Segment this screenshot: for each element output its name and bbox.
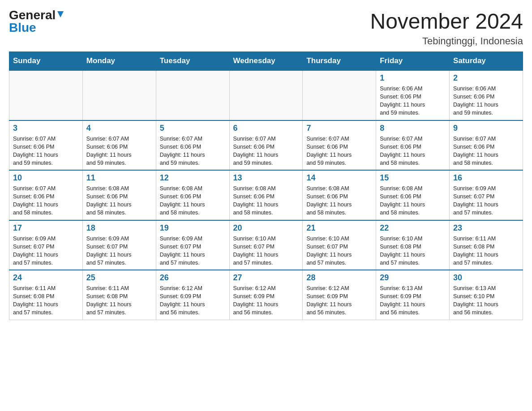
calendar-cell: 19Sunrise: 6:09 AM Sunset: 6:07 PM Dayli… [156, 220, 229, 270]
day-of-week-tuesday: Tuesday [156, 52, 229, 71]
calendar-cell: 27Sunrise: 6:12 AM Sunset: 6:09 PM Dayli… [229, 270, 303, 320]
calendar-cell: 16Sunrise: 6:09 AM Sunset: 6:07 PM Dayli… [450, 170, 523, 220]
day-number: 10 [13, 173, 79, 183]
day-info: Sunrise: 6:06 AM Sunset: 6:06 PM Dayligh… [453, 85, 519, 117]
day-info: Sunrise: 6:09 AM Sunset: 6:07 PM Dayligh… [86, 235, 152, 267]
day-info: Sunrise: 6:09 AM Sunset: 6:07 PM Dayligh… [453, 184, 519, 217]
calendar-cell: 29Sunrise: 6:13 AM Sunset: 6:09 PM Dayli… [376, 270, 450, 320]
calendar-week-row: 24Sunrise: 6:11 AM Sunset: 6:08 PM Dayli… [9, 270, 523, 320]
calendar-cell: 23Sunrise: 6:11 AM Sunset: 6:08 PM Dayli… [450, 220, 523, 270]
calendar: SundayMondayTuesdayWednesdayThursdayFrid… [9, 51, 523, 320]
calendar-cell: 30Sunrise: 6:13 AM Sunset: 6:10 PM Dayli… [450, 270, 523, 320]
day-number: 9 [453, 124, 519, 133]
calendar-cell: 1Sunrise: 6:06 AM Sunset: 6:06 PM Daylig… [376, 70, 450, 120]
day-info: Sunrise: 6:07 AM Sunset: 6:06 PM Dayligh… [13, 184, 79, 217]
calendar-cell [156, 70, 229, 120]
logo: General Blue [9, 9, 64, 34]
calendar-cell: 12Sunrise: 6:08 AM Sunset: 6:06 PM Dayli… [156, 170, 229, 220]
day-number: 1 [380, 73, 446, 83]
day-of-week-wednesday: Wednesday [229, 52, 303, 71]
day-number: 4 [86, 124, 152, 133]
calendar-week-row: 3Sunrise: 6:07 AM Sunset: 6:06 PM Daylig… [9, 120, 523, 171]
day-number: 2 [453, 73, 519, 83]
day-info: Sunrise: 6:11 AM Sunset: 6:08 PM Dayligh… [86, 284, 152, 317]
day-info: Sunrise: 6:12 AM Sunset: 6:09 PM Dayligh… [306, 284, 372, 317]
day-info: Sunrise: 6:09 AM Sunset: 6:07 PM Dayligh… [13, 235, 79, 267]
day-info: Sunrise: 6:13 AM Sunset: 6:10 PM Dayligh… [453, 284, 519, 317]
day-info: Sunrise: 6:12 AM Sunset: 6:09 PM Dayligh… [160, 284, 226, 317]
day-number: 5 [160, 124, 226, 133]
day-of-week-sunday: Sunday [9, 52, 83, 71]
day-info: Sunrise: 6:07 AM Sunset: 6:06 PM Dayligh… [160, 135, 226, 167]
calendar-cell: 13Sunrise: 6:08 AM Sunset: 6:06 PM Dayli… [229, 170, 303, 220]
calendar-cell: 9Sunrise: 6:07 AM Sunset: 6:06 PM Daylig… [450, 120, 523, 171]
day-number: 29 [380, 273, 446, 283]
calendar-cell: 20Sunrise: 6:10 AM Sunset: 6:07 PM Dayli… [229, 220, 303, 270]
calendar-week-row: 10Sunrise: 6:07 AM Sunset: 6:06 PM Dayli… [9, 170, 523, 220]
day-info: Sunrise: 6:07 AM Sunset: 6:06 PM Dayligh… [86, 135, 152, 167]
day-info: Sunrise: 6:08 AM Sunset: 6:06 PM Dayligh… [86, 184, 152, 217]
calendar-header-row: SundayMondayTuesdayWednesdayThursdayFrid… [9, 52, 523, 71]
calendar-cell: 5Sunrise: 6:07 AM Sunset: 6:06 PM Daylig… [156, 120, 229, 171]
day-number: 22 [380, 223, 446, 233]
day-info: Sunrise: 6:07 AM Sunset: 6:06 PM Dayligh… [233, 135, 299, 167]
logo-general-text: General [9, 9, 56, 21]
day-number: 18 [86, 223, 152, 233]
calendar-cell: 25Sunrise: 6:11 AM Sunset: 6:08 PM Dayli… [82, 270, 156, 320]
day-number: 6 [233, 124, 299, 133]
day-of-week-saturday: Saturday [450, 52, 523, 71]
day-number: 14 [306, 173, 372, 183]
day-number: 23 [453, 223, 519, 233]
day-info: Sunrise: 6:10 AM Sunset: 6:07 PM Dayligh… [306, 235, 372, 267]
day-number: 8 [380, 124, 446, 133]
logo-triangle-icon [56, 10, 64, 20]
day-info: Sunrise: 6:09 AM Sunset: 6:07 PM Dayligh… [160, 235, 226, 267]
calendar-cell: 24Sunrise: 6:11 AM Sunset: 6:08 PM Dayli… [9, 270, 83, 320]
day-number: 28 [306, 273, 372, 283]
calendar-cell: 7Sunrise: 6:07 AM Sunset: 6:06 PM Daylig… [303, 120, 376, 171]
calendar-cell: 11Sunrise: 6:08 AM Sunset: 6:06 PM Dayli… [82, 170, 156, 220]
day-info: Sunrise: 6:11 AM Sunset: 6:08 PM Dayligh… [453, 235, 519, 267]
calendar-week-row: 1Sunrise: 6:06 AM Sunset: 6:06 PM Daylig… [9, 70, 523, 120]
calendar-cell: 26Sunrise: 6:12 AM Sunset: 6:09 PM Dayli… [156, 270, 229, 320]
day-number: 25 [86, 273, 152, 283]
day-info: Sunrise: 6:08 AM Sunset: 6:06 PM Dayligh… [160, 184, 226, 217]
day-info: Sunrise: 6:08 AM Sunset: 6:06 PM Dayligh… [306, 184, 372, 217]
day-info: Sunrise: 6:08 AM Sunset: 6:06 PM Dayligh… [380, 184, 446, 217]
day-of-week-friday: Friday [376, 52, 450, 71]
month-title: November 2024 [370, 9, 523, 34]
day-number: 27 [233, 273, 299, 283]
calendar-cell: 18Sunrise: 6:09 AM Sunset: 6:07 PM Dayli… [82, 220, 156, 270]
day-number: 13 [233, 173, 299, 183]
svg-marker-0 [57, 11, 64, 17]
day-number: 11 [86, 173, 152, 183]
calendar-cell: 6Sunrise: 6:07 AM Sunset: 6:06 PM Daylig… [229, 120, 303, 171]
day-number: 20 [233, 223, 299, 233]
day-number: 7 [306, 124, 372, 133]
day-info: Sunrise: 6:11 AM Sunset: 6:08 PM Dayligh… [13, 284, 79, 317]
day-number: 17 [13, 223, 79, 233]
day-of-week-monday: Monday [82, 52, 156, 71]
calendar-cell [9, 70, 83, 120]
calendar-week-row: 17Sunrise: 6:09 AM Sunset: 6:07 PM Dayli… [9, 220, 523, 270]
day-number: 12 [160, 173, 226, 183]
day-number: 16 [453, 173, 519, 183]
day-info: Sunrise: 6:13 AM Sunset: 6:09 PM Dayligh… [380, 284, 446, 317]
day-number: 26 [160, 273, 226, 283]
day-number: 21 [306, 223, 372, 233]
day-info: Sunrise: 6:10 AM Sunset: 6:07 PM Dayligh… [233, 235, 299, 267]
day-number: 19 [160, 223, 226, 233]
day-number: 15 [380, 173, 446, 183]
day-info: Sunrise: 6:06 AM Sunset: 6:06 PM Dayligh… [380, 85, 446, 117]
day-of-week-thursday: Thursday [303, 52, 376, 71]
location: Tebingtinggi, Indonesia [370, 35, 523, 47]
day-info: Sunrise: 6:07 AM Sunset: 6:06 PM Dayligh… [306, 135, 372, 167]
day-number: 24 [13, 273, 79, 283]
day-info: Sunrise: 6:08 AM Sunset: 6:06 PM Dayligh… [233, 184, 299, 217]
day-info: Sunrise: 6:12 AM Sunset: 6:09 PM Dayligh… [233, 284, 299, 317]
calendar-cell: 15Sunrise: 6:08 AM Sunset: 6:06 PM Dayli… [376, 170, 450, 220]
calendar-cell: 10Sunrise: 6:07 AM Sunset: 6:06 PM Dayli… [9, 170, 83, 220]
calendar-cell: 2Sunrise: 6:06 AM Sunset: 6:06 PM Daylig… [450, 70, 523, 120]
calendar-cell [303, 70, 376, 120]
calendar-cell [82, 70, 156, 120]
